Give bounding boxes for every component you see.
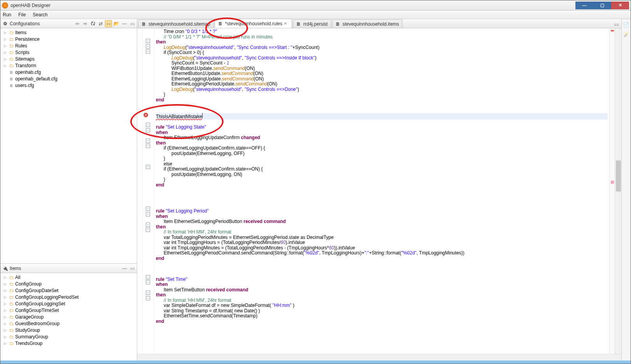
fold-icon[interactable]: − (146, 223, 150, 227)
fold-icon[interactable]: − (146, 228, 150, 232)
expand-icon[interactable]: ▷ (3, 295, 7, 299)
window-title: openHAB Designer (10, 3, 575, 8)
expand-icon[interactable]: ▷ (3, 302, 7, 306)
code-line: end (156, 319, 608, 324)
fold-icon[interactable]: − (146, 212, 150, 216)
expand-icon[interactable]: ▷ (3, 275, 7, 279)
fold-icon[interactable]: − (146, 139, 150, 143)
tree-row[interactable]: ▷🗀GuestBedroomGroup (0, 320, 137, 327)
configurations-tree[interactable]: ▷🗀Items▷🗀Persistence▷🗀Rules▷🗀Scripts▷🗀Si… (0, 28, 137, 263)
maximize-button[interactable]: ▢ (593, 2, 611, 9)
tree-row[interactable]: ▷🗀Sitemaps (0, 56, 137, 62)
expand-icon[interactable]: ▷ (3, 44, 7, 48)
collapse-all-button[interactable]: ▭ (105, 20, 112, 27)
expand-icon[interactable]: ▷ (3, 64, 7, 68)
fold-icon[interactable]: − (146, 128, 150, 132)
expand-icon[interactable]: ▷ (3, 328, 7, 332)
expand-icon[interactable]: ▷ (3, 322, 7, 326)
menu-file[interactable]: File (18, 12, 26, 17)
vertical-scrollbar[interactable] (615, 28, 621, 354)
code-editor[interactable]: Time cron "0 0/3 * 1/1 * ?" // "0 0/M * … (154, 28, 609, 354)
tree-row[interactable]: 🗎openhab.cfg (0, 69, 137, 75)
fold-icon[interactable]: − (146, 280, 150, 284)
fold-icon[interactable]: − (146, 123, 150, 127)
tree-row[interactable]: ▷🗀Scripts (0, 49, 137, 56)
tree-row[interactable]: ▷🗀GarageGroup (0, 313, 137, 320)
fold-icon[interactable]: − (146, 39, 150, 43)
editor-maximize-button[interactable]: ▭ (613, 21, 620, 28)
code-line (156, 204, 608, 209)
code-line: end (156, 256, 608, 261)
file-icon: 🗎 (142, 21, 147, 27)
fold-icon[interactable]: − (146, 275, 150, 279)
link-editor-button[interactable]: ⇄ (97, 20, 104, 27)
tree-row[interactable]: ▷🗀StudyGroup (0, 327, 137, 333)
items-maximize-button[interactable]: ▭ (129, 265, 135, 272)
tree-row[interactable]: 🗎openhab_default.cfg (0, 75, 137, 82)
scrollbar-thumb[interactable] (616, 160, 621, 192)
tree-row[interactable]: ▷🗀TrendsGroup (0, 340, 137, 347)
items-tree[interactable]: ▷🗀All▷🗀ConfigGroup▷🗀ConfigGroupDateSet▷🗀… (0, 273, 137, 361)
tree-row[interactable]: ▷🗀ConfigGroupLoggingPeriodSet (0, 294, 137, 300)
expand-icon[interactable]: ▷ (3, 57, 7, 61)
nav-fwd-button[interactable]: ⇨ (82, 20, 89, 27)
expand-icon[interactable]: ▷ (3, 341, 7, 345)
tree-row[interactable]: ▷🗀ConfigGroupDateSet (0, 287, 137, 294)
editor-tab[interactable]: 🗎stevequinnhousehold.items (332, 19, 402, 28)
outline-button[interactable]: 📄 (623, 21, 630, 28)
editor-tab[interactable]: 🗎stevequinnhousehold.sitemap (138, 19, 214, 28)
open-folder-button[interactable]: 📂 (113, 20, 120, 27)
wand-icon[interactable]: 🪄 (623, 31, 630, 38)
tree-row[interactable]: ▷🗀ConfigGroup (0, 280, 137, 287)
editor-tab[interactable]: 🗎*stevequinnhousehold.rules✕ (215, 19, 292, 28)
items-minimize-button[interactable]: — (121, 265, 128, 272)
overview-change-marker (611, 181, 614, 184)
tree-label: ConfigGroupLoggingPeriodSet (15, 294, 79, 300)
refresh-button[interactable]: 🗘 (89, 20, 96, 27)
horizontal-scrollbar[interactable] (137, 354, 621, 361)
tree-label: ConfigGroup (15, 281, 42, 287)
tree-row[interactable]: ▷🗀Transform (0, 62, 137, 69)
editor-tab-tools: ▭ (613, 21, 621, 28)
fold-icon[interactable]: − (146, 207, 150, 211)
tree-row[interactable]: ▷🗀ConfigGroupLoggingSet (0, 300, 137, 307)
expand-icon[interactable]: ▷ (3, 289, 7, 293)
fold-icon[interactable]: − (146, 291, 150, 295)
expand-icon[interactable]: ▷ (3, 335, 7, 339)
code-line (156, 272, 608, 277)
expand-icon[interactable]: ▷ (3, 282, 7, 286)
tree-row[interactable]: 🗎users.cfg (0, 82, 137, 89)
minimize-button[interactable]: — (575, 2, 593, 9)
group-icon: 🗀 (8, 320, 14, 327)
expand-icon[interactable]: ▷ (3, 308, 7, 312)
tree-row[interactable]: ▷🗀Rules (0, 42, 137, 49)
tree-row[interactable]: ▷🗀ConfigGroupTimeSet (0, 307, 137, 313)
file-icon: 🗎 (8, 76, 14, 82)
fold-icon[interactable]: − (146, 49, 150, 54)
expand-icon[interactable]: ▷ (3, 31, 7, 35)
expand-icon[interactable]: ▷ (3, 315, 7, 319)
fold-icon[interactable]: − (146, 144, 150, 148)
close-icon[interactable]: ✕ (284, 21, 288, 26)
editor-tab[interactable]: 🗎rrd4j.persist (293, 19, 331, 28)
panel-maximize-button[interactable]: ▭ (129, 21, 135, 27)
fold-icon[interactable]: − (146, 296, 150, 300)
code-line: if (EthernetLoggingUpdateConfirm.state==… (156, 167, 608, 172)
fold-icon[interactable]: − (146, 165, 150, 169)
tree-row[interactable]: ▷🗀Items (0, 29, 137, 36)
code-line: EthernetSetLoggingPeriodCommand.sendComm… (156, 251, 608, 256)
tree-row[interactable]: ▷🗀All (0, 274, 137, 280)
expand-icon[interactable]: ▷ (3, 37, 7, 41)
tree-row[interactable]: ▷🗀SummaryGroup (0, 333, 137, 340)
code-line (156, 198, 608, 204)
panel-minimize-button[interactable]: — (121, 21, 128, 27)
nav-back-button[interactable]: ⇦ (74, 20, 81, 27)
menu-search[interactable]: Search (33, 12, 47, 17)
expand-icon[interactable]: ▷ (3, 51, 7, 54)
code-line: when (156, 214, 608, 219)
code-line: WiFiButton1Update.sendCommand(ON) (156, 66, 608, 71)
tree-row[interactable]: ▷🗀Persistence (0, 36, 137, 42)
menu-run[interactable]: Run (3, 12, 11, 17)
close-button[interactable]: ✕ (611, 2, 629, 9)
fold-icon[interactable]: − (146, 44, 150, 49)
